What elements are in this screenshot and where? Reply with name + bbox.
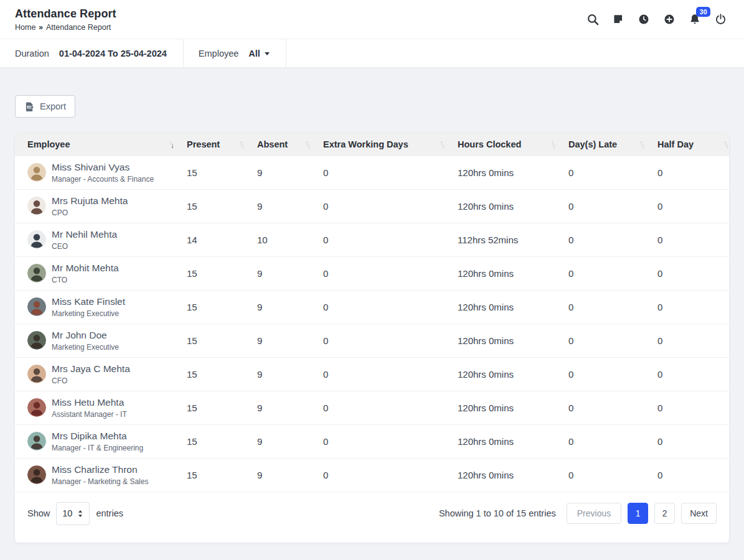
breadcrumb-home[interactable]: Home xyxy=(15,23,35,32)
extra-working-days-cell: 0 xyxy=(311,223,445,256)
days-late-cell: 0 xyxy=(556,189,645,223)
page-button-1[interactable]: 1 xyxy=(628,503,648,524)
employee-name[interactable]: Mr Nehil Mehta xyxy=(52,229,117,240)
half-day-cell: 0 xyxy=(645,458,729,492)
employee-name[interactable]: Mrs Rujuta Mehta xyxy=(52,195,128,207)
employee-role: Manager - Accounts & Finance xyxy=(52,175,154,184)
power-icon[interactable] xyxy=(713,12,728,27)
add-icon[interactable] xyxy=(662,12,677,27)
avatar xyxy=(27,331,46,350)
avatar xyxy=(27,264,46,282)
clock-icon[interactable] xyxy=(636,12,651,27)
employee-name[interactable]: Miss Kate Finslet xyxy=(52,296,125,307)
avatar xyxy=(27,432,46,450)
table-row: Mr John Doe Marketing Executive 15 9 0 1… xyxy=(15,324,729,357)
present-cell: 15 xyxy=(174,424,245,458)
previous-page-button[interactable]: Previous xyxy=(567,503,621,524)
column-header-absent[interactable]: Absent ↑↓ xyxy=(245,133,311,156)
present-cell: 15 xyxy=(174,357,245,391)
days-late-cell: 0 xyxy=(556,256,645,290)
column-header-half-day[interactable]: Half Day ↑↓ xyxy=(645,133,729,156)
export-label: Export xyxy=(40,101,66,111)
breadcrumb: Home » Attendance Report xyxy=(15,23,116,32)
column-header-extra-working-days[interactable]: Extra Working Days ↑↓ xyxy=(311,133,445,156)
employee-name[interactable]: Mr Mohit Mehta xyxy=(52,263,119,274)
table-row: Miss Hetu Mehta Assistant Manager - IT 1… xyxy=(15,391,729,424)
hours-clocked-cell: 112hrs 52mins xyxy=(445,223,556,256)
half-day-cell: 0 xyxy=(645,156,729,189)
note-icon[interactable] xyxy=(611,12,626,27)
main-content: Export Employee ↑↓ Present ↑↓ xyxy=(0,67,744,558)
employee-name[interactable]: Mrs Dipika Mehta xyxy=(52,431,143,442)
employee-name[interactable]: Miss Shivani Vyas xyxy=(52,162,154,173)
duration-filter[interactable]: Duration 01-04-2024 To 25-04-2024 xyxy=(0,39,184,67)
extra-working-days-cell: 0 xyxy=(311,189,445,223)
employee-name[interactable]: Mr John Doe xyxy=(52,330,119,341)
breadcrumb-separator: » xyxy=(39,23,43,32)
duration-value: 01-04-2024 To 25-04-2024 xyxy=(59,49,167,58)
sort-icon: ↑↓ xyxy=(240,141,243,148)
entries-summary: Showing 1 to 10 of 15 entries xyxy=(439,508,556,518)
hours-clocked-cell: 120hrs 0mins xyxy=(445,458,556,492)
table-footer: Show 10 entries Showing 1 to 10 of 15 en… xyxy=(15,492,729,543)
absent-cell: 9 xyxy=(245,458,311,492)
column-header-employee[interactable]: Employee ↑↓ xyxy=(15,133,174,156)
present-cell: 15 xyxy=(174,290,245,324)
sort-icon: ↑↓ xyxy=(640,141,644,148)
employee-role: Manager - IT & Engineering xyxy=(52,444,143,452)
employee-name[interactable]: Mrs Jaya C Mehta xyxy=(52,363,130,375)
column-header-hours-clocked[interactable]: Hours Clocked ↑↓ xyxy=(445,133,556,156)
bell-icon[interactable]: 30 xyxy=(687,12,702,27)
days-late-cell: 0 xyxy=(556,424,645,458)
employee-name[interactable]: Miss Charlize Thron xyxy=(52,464,148,475)
sort-icon: ↑↓ xyxy=(724,141,728,148)
employee-role: CTO xyxy=(52,276,119,284)
sort-icon: ↑↓ xyxy=(169,141,173,148)
table-row: Miss Charlize Thron Manager - Marketing … xyxy=(15,458,729,492)
search-icon[interactable] xyxy=(585,12,600,27)
absent-cell: 9 xyxy=(245,324,311,357)
half-day-cell: 0 xyxy=(645,424,729,458)
half-day-cell: 0 xyxy=(645,223,729,256)
show-label: Show xyxy=(27,508,50,518)
attendance-table: Employee ↑↓ Present ↑↓ Absent ↑↓ Extra W… xyxy=(15,133,729,492)
next-page-button[interactable]: Next xyxy=(681,503,717,524)
days-late-cell: 0 xyxy=(556,156,645,189)
column-header-days-late[interactable]: Day(s) Late ↑↓ xyxy=(556,133,645,156)
export-button[interactable]: Export xyxy=(15,95,75,118)
employee-name[interactable]: Miss Hetu Mehta xyxy=(52,397,127,408)
avatar xyxy=(27,230,46,249)
extra-working-days-cell: 0 xyxy=(311,357,445,391)
employee-role: Manager - Marketing & Sales xyxy=(52,477,148,486)
page-size-select[interactable]: 10 xyxy=(56,502,90,525)
pagination-group: Showing 1 to 10 of 15 entries Previous 1… xyxy=(439,503,717,524)
absent-cell: 9 xyxy=(245,256,311,290)
sort-icon: ↑↓ xyxy=(551,141,555,148)
hours-clocked-cell: 120hrs 0mins xyxy=(445,189,556,223)
page-button-2[interactable]: 2 xyxy=(654,503,675,524)
half-day-cell: 0 xyxy=(645,256,729,290)
hours-clocked-cell: 120hrs 0mins xyxy=(445,156,556,189)
table-row: Miss Shivani Vyas Manager - Accounts & F… xyxy=(15,156,729,189)
absent-cell: 9 xyxy=(245,156,311,189)
half-day-cell: 0 xyxy=(645,391,729,424)
employee-label: Employee xyxy=(199,49,238,58)
table-row: Mrs Jaya C Mehta CFO 15 9 0 120hrs 0mins… xyxy=(15,357,729,391)
half-day-cell: 0 xyxy=(645,290,729,324)
avatar xyxy=(27,297,46,316)
duration-label: Duration xyxy=(15,49,49,58)
employee-role: Marketing Executive xyxy=(52,309,125,318)
absent-cell: 10 xyxy=(245,223,311,256)
column-header-present[interactable]: Present ↑↓ xyxy=(174,133,245,156)
present-cell: 15 xyxy=(174,189,245,223)
entries-label: entries xyxy=(96,508,123,518)
half-day-cell: 0 xyxy=(645,189,729,223)
chevron-down-icon xyxy=(265,52,270,55)
extra-working-days-cell: 0 xyxy=(311,156,445,189)
present-cell: 15 xyxy=(174,256,245,290)
absent-cell: 9 xyxy=(245,391,311,424)
extra-working-days-cell: 0 xyxy=(311,458,445,492)
absent-cell: 9 xyxy=(245,357,311,391)
employee-filter[interactable]: Employee All xyxy=(184,39,286,67)
page-size-group: Show 10 entries xyxy=(27,502,123,525)
